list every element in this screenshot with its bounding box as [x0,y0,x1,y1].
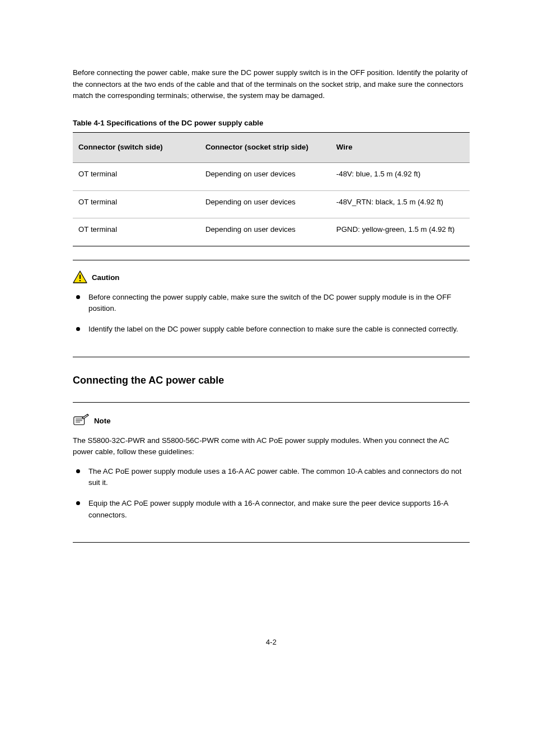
table-caption: Table 4-1 Specifications of the DC power… [73,118,470,129]
list-item: The AC PoE power supply module uses a 16… [76,466,470,489]
table-cell: -48V_RTN: black, 1.5 m (4.92 ft) [331,190,470,218]
svg-rect-2 [79,280,81,281]
page-number: 4-2 [73,558,470,648]
table-cell: OT terminal [73,218,200,246]
list-item: Identify the label on the DC power suppl… [76,324,470,335]
table-row: OT terminal Depending on user devices -4… [73,190,470,218]
table-cell: -48V: blue, 1.5 m (4.92 ft) [331,163,470,191]
table-cell: OT terminal [73,163,200,191]
table-cell: Depending on user devices [200,163,331,191]
note-callout: Note The S5800-32C-PWR and S5800-56C-PWR… [73,402,470,543]
section-heading: Connecting the AC power cable [73,373,470,389]
svg-rect-1 [79,274,81,279]
table-header: Wire [331,133,470,163]
table-row: OT terminal Depending on user devices PG… [73,218,470,246]
table-header: Connector (socket strip side) [200,133,331,163]
note-intro: The S5800-32C-PWR and S5800-56C-PWR come… [73,435,470,458]
caution-icon [73,270,87,284]
table-cell: Depending on user devices [200,190,331,218]
table-cell: Depending on user devices [200,218,331,246]
table-row: OT terminal Depending on user devices -4… [73,163,470,191]
table-cell: OT terminal [73,190,200,218]
list-item: Equip the AC PoE power supply module wit… [76,498,470,521]
intro-paragraph: Before connecting the power cable, make … [73,67,470,102]
caution-label: Caution [92,272,120,284]
caution-callout: Caution Before connecting the power supp… [73,260,470,357]
table-header: Connector (switch side) [73,133,200,163]
note-icon [73,413,90,427]
list-item: Before connecting the power supply cable… [76,292,470,315]
spec-table: Connector (switch side) Connector (socke… [73,132,470,246]
table-cell: PGND: yellow-green, 1.5 m (4.92 ft) [331,218,470,246]
note-label: Note [94,416,111,427]
